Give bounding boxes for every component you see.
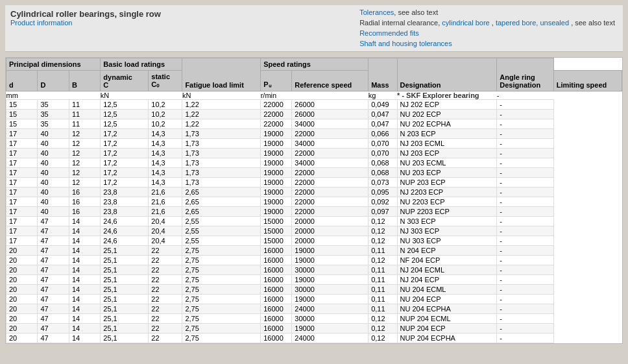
cell-d: 17 <box>6 178 38 188</box>
cell-C0: 21,6 <box>149 188 182 197</box>
cell-B: 14 <box>69 324 100 334</box>
cell-B: 12 <box>69 168 100 178</box>
cylindrical-bore-link[interactable]: cylindrical bore <box>442 19 489 27</box>
cell-ref: 22000 <box>261 100 292 110</box>
table-row: 17471424,620,42,5515000200000,12NJ 303 E… <box>6 226 622 236</box>
header-speed-ratings: Speed ratings <box>261 58 368 71</box>
cell-ref: 15000 <box>261 217 292 226</box>
cell-mass: 0,11 <box>368 285 397 295</box>
unit-dash1: * - SKF Explorer bearing <box>397 91 497 100</box>
cell-Pu: 1,73 <box>182 139 261 149</box>
cell-C: 23,8 <box>101 188 149 197</box>
cell-angle: - <box>497 295 553 304</box>
header-designation: Designation <box>397 58 497 91</box>
cell-C0: 22 <box>149 334 182 343</box>
header-basic-load: Basic load ratings <box>101 58 182 71</box>
header-ref-speed: Reference speed <box>292 71 368 91</box>
cell-d: 20 <box>6 246 38 256</box>
cell-Pu: 2,75 <box>182 314 261 324</box>
cell-C0: 21,6 <box>149 207 182 217</box>
cell-d: 15 <box>6 110 38 119</box>
cell-desig: NUP 203 ECP <box>397 178 497 188</box>
header-fatigue: Fatigue load limit <box>182 58 261 91</box>
table-row: 20471425,1222,7516000190000,11N 204 ECP- <box>6 246 622 256</box>
cell-ref: 19000 <box>261 158 292 168</box>
cell-lim: 19000 <box>292 256 368 265</box>
cell-angle: - <box>497 139 553 149</box>
tolerances-link[interactable]: Tolerances <box>359 8 394 16</box>
cell-ref: 16000 <box>261 265 292 275</box>
cell-B: 12 <box>69 149 100 158</box>
cell-C0: 20,4 <box>149 226 182 236</box>
cell-desig: NU 202 ECP <box>397 110 497 119</box>
cell-mass: 0,095 <box>368 188 397 197</box>
radial-suffix: , see also text <box>571 19 615 27</box>
cell-B: 14 <box>69 334 100 343</box>
cell-C0: 22 <box>149 256 182 265</box>
cell-ref: 16000 <box>261 275 292 285</box>
cell-lim: 26000 <box>292 100 368 110</box>
cell-mass: 0,12 <box>368 334 397 343</box>
cell-angle: - <box>497 324 553 334</box>
cell-D: 35 <box>38 119 69 129</box>
cell-mass: 0,11 <box>368 246 397 256</box>
cell-Pu: 2,55 <box>182 217 261 226</box>
cell-mass: 0,070 <box>368 149 397 158</box>
cell-Pu: 2,75 <box>182 265 261 275</box>
cell-mass: 0,068 <box>368 158 397 168</box>
cell-d: 20 <box>6 285 38 295</box>
cell-mass: 0,073 <box>368 178 397 188</box>
cell-d: 20 <box>6 275 38 285</box>
cell-Pu: 1,22 <box>182 110 261 119</box>
cell-D: 47 <box>38 324 69 334</box>
table-row: 17401217,214,31,7319000340000,070NJ 203 … <box>6 139 622 149</box>
cell-B: 12 <box>69 139 100 149</box>
cell-mass: 0,12 <box>368 226 397 236</box>
cell-lim: 19000 <box>292 324 368 334</box>
cell-Pu: 2,55 <box>182 226 261 236</box>
cell-angle: - <box>497 217 553 226</box>
cell-angle: - <box>497 314 553 324</box>
cell-angle: - <box>497 207 553 217</box>
cell-lim: 22000 <box>292 188 368 197</box>
cell-Pu: 1,73 <box>182 158 261 168</box>
cell-C: 25,1 <box>101 275 149 285</box>
cell-d: 20 <box>6 256 38 265</box>
recommended-fits-line: Recommended fits <box>359 28 615 38</box>
table-container: Principal dimensions Basic load ratings … <box>5 57 623 344</box>
cell-ref: 16000 <box>261 324 292 334</box>
header-row-skf: mm kN kN r/min kg * - SKF Explorer beari… <box>6 91 622 100</box>
cell-Pu: 2,75 <box>182 304 261 314</box>
product-info-link[interactable]: Product information <box>10 19 72 27</box>
cell-d: 17 <box>6 217 38 226</box>
cell-D: 40 <box>38 149 69 158</box>
cell-lim: 20000 <box>292 236 368 246</box>
cell-desig: NJ 303 ECP <box>397 226 497 236</box>
cell-B: 14 <box>69 285 100 295</box>
cell-d: 15 <box>6 119 38 129</box>
cell-C0: 14,3 <box>149 168 182 178</box>
header-lim-speed: Limiting speed <box>553 71 622 91</box>
cell-angle: - <box>497 236 553 246</box>
cell-d: 20 <box>6 295 38 304</box>
cell-Pu: 2,75 <box>182 295 261 304</box>
cell-C0: 22 <box>149 265 182 275</box>
cell-C: 17,2 <box>101 149 149 158</box>
cell-d: 17 <box>6 188 38 197</box>
cell-ref: 19000 <box>261 207 292 217</box>
shaft-housing-link[interactable]: Shaft and housing tolerances <box>359 40 452 47</box>
comma1: , <box>490 19 494 27</box>
cell-lim: 22000 <box>292 207 368 217</box>
header-mass: Mass <box>368 58 397 91</box>
cell-mass: 0,097 <box>368 207 397 217</box>
cell-desig: N 204 ECP <box>397 246 497 256</box>
cell-desig: NU 204 ECPHA <box>397 304 497 314</box>
tapered-bore-link[interactable]: tapered bore, unsealed <box>496 19 569 27</box>
cell-C: 23,8 <box>101 207 149 217</box>
cell-angle: - <box>497 178 553 188</box>
cell-angle: - <box>497 334 553 343</box>
right-links: Tolerances, see also text Radial interna… <box>359 7 615 49</box>
cell-desig: NU 204 ECML <box>397 285 497 295</box>
recommended-fits-link[interactable]: Recommended fits <box>359 29 419 37</box>
cell-C0: 14,3 <box>149 129 182 139</box>
